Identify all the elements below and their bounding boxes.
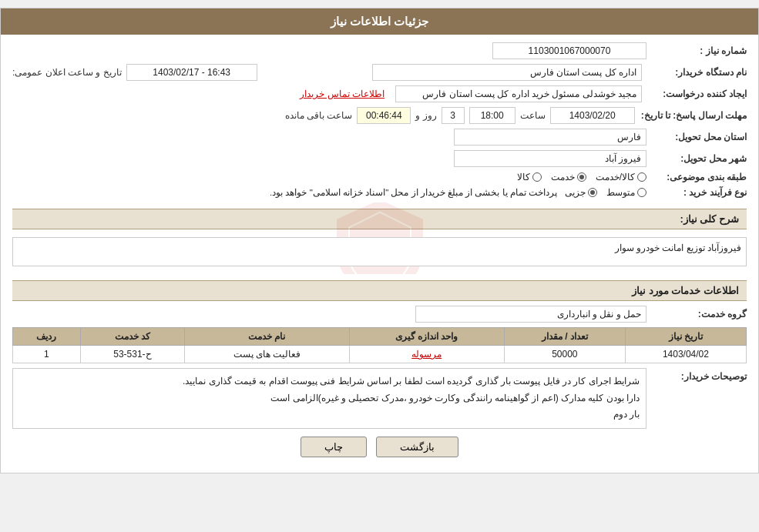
date-value: 1403/02/17 - 16:43 xyxy=(126,64,257,81)
tvsif-label: توصیحات خریدار: xyxy=(646,368,747,382)
navoe-option-jozyi-label: جزیی xyxy=(565,187,586,198)
page-title: جزئیات اطلاعات نیاز xyxy=(331,15,428,28)
cell-kod: ح-531-53 xyxy=(80,346,184,363)
tvsif-row: توصیحات خریدار: شرایط اجرای کار در فایل … xyxy=(12,368,747,429)
sharh-label: شرح کلی نیاز: xyxy=(680,213,739,225)
cell-tedad: 50000 xyxy=(504,346,625,363)
cell-vahed[interactable]: مرسوله xyxy=(349,346,504,363)
tabaqe-radio-kala-khadamat xyxy=(637,172,646,182)
khadamat-label: اطلاعات خدمات مورد نیاز xyxy=(632,285,739,296)
niyaz-row: شماره نیاز : 1103001067000070 xyxy=(12,42,747,59)
tabaqe-option-kala-khadamat: کالا/خدمت xyxy=(596,172,646,182)
table-header-row: تاریخ نیاز تعداد / مقدار واحد اندازه گیر… xyxy=(13,328,747,346)
ostan-row: استان محل تحویل: فارس xyxy=(12,129,747,146)
tabaqe-option-kala-label: کالا xyxy=(517,172,530,182)
page-wrapper: جزئیات اطلاعات نیاز شماره نیاز : 1103001… xyxy=(0,8,759,473)
ijad-label: ایجاد کننده درخواست: xyxy=(646,89,747,99)
tabaqe-option-kala-khadamat-label: کالا/خدمت xyxy=(596,172,635,182)
sharh-value: فیروزآباد توزیع امانت خودرو سوار xyxy=(12,237,747,266)
tabaqe-label: طبقه بندی موضوعی: xyxy=(646,172,747,182)
shahr-value: فیروز آباد xyxy=(454,150,646,167)
dastgah-label: نام دستگاه خریدار: xyxy=(646,67,747,78)
mohlat-saat-value: 18:00 xyxy=(469,107,516,124)
navoe-option-motavas: متوسط xyxy=(606,187,646,198)
sharh-section: شرح کلی نیاز: net فیروزآباد توزیع امانت … xyxy=(12,202,747,274)
date-label: تاریخ و ساعت اعلان عمومی: xyxy=(12,67,122,78)
ijad-value: مجید خوشدلی مسئول خرید اداره کل پست استا… xyxy=(395,85,642,102)
tvsif-value: شرایط اجرای کار در فایل پیوست بار گذاری … xyxy=(12,368,646,429)
niyaz-value: 1103001067000070 xyxy=(492,42,646,59)
navoe-radio-group: متوسط جزیی xyxy=(565,187,646,198)
grohe-label: گروه خدمت: xyxy=(646,309,747,320)
buttons-row: بازگشت چاپ xyxy=(12,437,747,457)
cell-nam: فعالیت های پست xyxy=(185,346,349,363)
navoe-option-motavas-label: متوسط xyxy=(606,187,635,198)
ijad-row: ایجاد کننده درخواست: مجید خوشدلی مسئول خ… xyxy=(12,85,747,102)
tabaqe-row: طبقه بندی موضوعی: کالا/خدمت خدمت کالا xyxy=(12,172,747,182)
col-nam: نام خدمت xyxy=(185,328,349,346)
mohlat-countdown: 00:46:44 xyxy=(357,107,411,124)
dastgah-group: نام دستگاه خریدار: اداره کل پست استان فا… xyxy=(372,64,747,81)
tabaqe-radio-khadamat xyxy=(577,172,586,182)
mohlat-rooz-value: 3 xyxy=(442,107,465,124)
table-row: 1403/04/02 50000 مرسوله فعالیت های پست ح… xyxy=(13,346,747,363)
navoe-radio-jozyi xyxy=(588,188,597,197)
mohlat-label: مهلت ارسال پاسخ: تا تاریخ: xyxy=(635,110,747,121)
shahr-row: شهر محل تحویل: فیروز آباد xyxy=(12,150,747,167)
grohe-row: گروه خدمت: حمل و نقل و انبارداری xyxy=(12,306,747,323)
grohe-value: حمل و نقل و انبارداری xyxy=(415,306,646,323)
shahr-label: شهر محل تحویل: xyxy=(646,153,747,164)
mohlat-group: 1403/02/20 ساعت 18:00 3 روز و 00:46:44 س… xyxy=(285,107,635,124)
navoe-row: نوع فرآیند خرید : متوسط جزیی پرداخت تمام… xyxy=(12,187,747,198)
navoe-note: پرداخت تمام یا بخشی از مبلغ خریدار از مح… xyxy=(270,187,557,198)
sharh-section-header: شرح کلی نیاز: xyxy=(12,209,747,229)
cell-tarikh: 1403/04/02 xyxy=(625,346,746,363)
page-header: جزئیات اطلاعات نیاز xyxy=(1,8,758,35)
tabaqe-radio-kala xyxy=(532,172,542,182)
navoe-radio-motavas xyxy=(637,188,646,197)
col-tedad: تعداد / مقدار xyxy=(504,328,625,346)
ostan-label: استان محل تحویل: xyxy=(646,132,747,142)
sharh-row: فیروزآباد توزیع امانت خودرو سوار xyxy=(12,234,747,269)
tabaqe-option-khadamat: خدمت xyxy=(551,172,586,182)
ijad-group: ایجاد کننده درخواست: مجید خوشدلی مسئول خ… xyxy=(300,85,747,102)
navoe-label: نوع فرآیند خرید : xyxy=(646,187,747,198)
mohlat-date: 1403/02/20 xyxy=(550,107,635,124)
col-radif: ردیف xyxy=(13,328,81,346)
navoe-option-jozyi: جزیی xyxy=(565,187,597,198)
services-table: تاریخ نیاز تعداد / مقدار واحد اندازه گیر… xyxy=(12,327,747,363)
date-group: 1403/02/17 - 16:43 تاریخ و ساعت اعلان عم… xyxy=(12,64,257,81)
back-button[interactable]: بازگشت xyxy=(376,437,458,457)
col-tarikh: تاریخ نیاز xyxy=(625,328,746,346)
dastgah-row: نام دستگاه خریدار: اداره کل پست استان فا… xyxy=(12,64,747,81)
tabaqe-option-khadamat-label: خدمت xyxy=(551,172,575,182)
khadamat-section-header: اطلاعات خدمات مورد نیاز xyxy=(12,280,747,301)
dastgah-value: اداره کل پست استان فارس xyxy=(372,64,642,81)
col-vahed: واحد اندازه گیری xyxy=(349,328,504,346)
mohlat-row: مهلت ارسال پاسخ: تا تاریخ: 1403/02/20 سا… xyxy=(12,107,747,124)
mohlat-baghimande-label: ساعت باقی مانده xyxy=(285,110,353,121)
print-button[interactable]: چاپ xyxy=(301,437,367,457)
tamaas-link[interactable]: اطلاعات تماس خریدار xyxy=(300,89,385,99)
col-kod: کد خدمت xyxy=(80,328,184,346)
tvsif-text: شرایط اجرای کار در فایل پیوست بار گذاری … xyxy=(183,376,640,420)
mohlat-saat-label: ساعت xyxy=(520,110,546,121)
tabaqe-radio-group: کالا/خدمت خدمت کالا xyxy=(517,172,646,182)
sharh-content: net فیروزآباد توزیع امانت خودرو سوار xyxy=(12,234,747,269)
cell-radif: 1 xyxy=(13,346,81,363)
niyaz-label: شماره نیاز : xyxy=(646,45,747,56)
mohlat-rooz-label: روز و xyxy=(415,110,436,121)
content-area: شماره نیاز : 1103001067000070 نام دستگاه… xyxy=(1,35,758,473)
tabaqe-option-kala: کالا xyxy=(517,172,542,182)
ostan-value: فارس xyxy=(454,129,646,146)
